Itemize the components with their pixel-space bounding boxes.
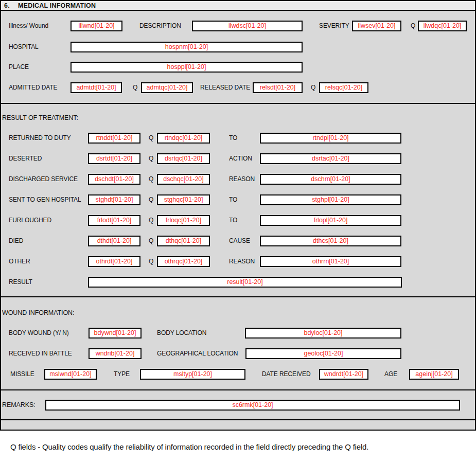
illness-wound-label: Illness/ Wound bbox=[9, 21, 48, 31]
place-field[interactable]: hosppl[01-20] bbox=[70, 62, 303, 73]
age-field[interactable]: ageinj[01-20] bbox=[409, 369, 459, 380]
missile-field[interactable]: mslwnd[01-20] bbox=[44, 369, 97, 380]
section-divider bbox=[1, 296, 475, 297]
admitted-q-label: Q bbox=[133, 82, 137, 93]
q-fields-footnote: Q fields - Quality codes qualify the rel… bbox=[10, 442, 368, 451]
died-cause-field[interactable]: dthcs[01-20] bbox=[260, 236, 401, 246]
other-reason-label: REASON bbox=[229, 256, 255, 267]
sent-gen-hospital-label: SENT TO GEN HOSPITAL bbox=[9, 194, 81, 205]
missile-type-field[interactable]: msltyp[01-20] bbox=[140, 369, 245, 380]
died-date-field[interactable]: dthdt[01-20] bbox=[88, 236, 140, 246]
deserted-q-field[interactable]: dsrtqc[01-20] bbox=[157, 153, 210, 164]
other-date-field[interactable]: othrdt[01-20] bbox=[88, 256, 140, 267]
age-label: AGE bbox=[384, 369, 397, 380]
deserted-action-field[interactable]: dsrtac[01-20] bbox=[260, 153, 401, 164]
wound-heading: WOUND INFORMATION: bbox=[2, 309, 74, 316]
died-cause-label: CAUSE bbox=[229, 236, 250, 246]
discharged-label: DISCHARGED SERVICE bbox=[9, 174, 78, 185]
section-number: 6. bbox=[4, 2, 10, 9]
discharged-q-label: Q bbox=[149, 174, 153, 185]
furloughed-to-field[interactable]: frlopl[01-20] bbox=[260, 215, 401, 226]
sent-gen-hospital-to-field[interactable]: stghpl[01-20] bbox=[260, 194, 401, 205]
description-label: DESCRIPTION bbox=[139, 21, 181, 31]
place-label: PLACE bbox=[9, 62, 29, 73]
admitted-q-field[interactable]: admtqc[01-20] bbox=[141, 82, 193, 93]
released-q-label: Q bbox=[311, 82, 315, 93]
bottom-row-divider bbox=[1, 419, 475, 420]
severity-label: SEVERITY bbox=[319, 21, 349, 31]
section-divider bbox=[1, 103, 475, 104]
body-location-label: BODY LOCATION bbox=[157, 328, 206, 339]
severity-q-field[interactable]: ilwdqc[01-20] bbox=[418, 21, 467, 31]
died-q-label: Q bbox=[149, 236, 153, 246]
sent-gen-hospital-q-label: Q bbox=[149, 194, 153, 205]
body-location-field[interactable]: bdyloc[01-20] bbox=[245, 328, 401, 339]
furloughed-q-label: Q bbox=[149, 215, 153, 226]
furloughed-date-field[interactable]: frlodt[01-20] bbox=[88, 215, 140, 226]
furloughed-q-field[interactable]: frloqc[01-20] bbox=[157, 215, 210, 226]
severity-q-label: Q bbox=[411, 21, 415, 31]
sent-gen-hospital-date-field[interactable]: stghdt[01-20] bbox=[88, 194, 140, 205]
hospital-field[interactable]: hospnm[01-20] bbox=[70, 42, 303, 52]
other-q-label: Q bbox=[149, 256, 153, 267]
released-q-field[interactable]: relsqc[01-20] bbox=[319, 82, 368, 93]
result-label: RESULT bbox=[9, 277, 32, 288]
returned-to-duty-label: RETURNED TO DUTY bbox=[9, 133, 71, 144]
returned-q-label: Q bbox=[149, 133, 153, 144]
released-date-field[interactable]: relsdt[01-20] bbox=[253, 82, 303, 93]
returned-q-field[interactable]: rtndqc[01-20] bbox=[157, 133, 210, 144]
other-label: OTHER bbox=[9, 256, 30, 267]
deserted-label: DESERTED bbox=[9, 153, 42, 164]
received-in-battle-label: RECEIVED IN BATTLE bbox=[9, 348, 72, 359]
description-field[interactable]: ilwdsc[01-20] bbox=[192, 21, 303, 31]
returned-to-label: TO bbox=[229, 133, 237, 144]
sent-gen-hospital-to-label: TO bbox=[229, 194, 237, 205]
discharged-reason-field[interactable]: dschrn[01-20] bbox=[260, 174, 401, 185]
body-wound-field[interactable]: bdywnd[01-20] bbox=[89, 328, 142, 339]
returned-to-duty-date-field[interactable]: rtnddt[01-20] bbox=[88, 133, 140, 144]
sent-gen-hospital-q-field[interactable]: stghqc[01-20] bbox=[157, 194, 210, 205]
furloughed-label: FURLOUGHED bbox=[9, 215, 51, 226]
missile-type-label: TYPE bbox=[114, 369, 130, 380]
remarks-field[interactable]: sc6rmk[01-20] bbox=[45, 400, 460, 411]
received-in-battle-field[interactable]: wndrib[01-20] bbox=[89, 348, 142, 359]
admitted-date-label: ADMITTED DATE bbox=[9, 82, 57, 93]
body-wound-label: BODY WOUND (Y/ N) bbox=[9, 328, 69, 339]
admitted-date-field[interactable]: admtdt[01-20] bbox=[70, 82, 122, 93]
deserted-action-label: ACTION bbox=[229, 153, 252, 164]
treatment-heading: RESULT OF TREATMENT: bbox=[2, 114, 78, 121]
result-field[interactable]: result[01-20] bbox=[88, 277, 402, 288]
released-date-label: RELEASED DATE bbox=[200, 82, 250, 93]
deserted-date-field[interactable]: dsrtdt[01-20] bbox=[88, 153, 140, 164]
geographical-location-label: GEOGRAPHICAL LOCATION bbox=[157, 348, 238, 359]
section-title: MEDICAL INFORMATION bbox=[18, 2, 96, 9]
died-q-field[interactable]: dthqc[01-20] bbox=[157, 236, 210, 246]
died-label: DIED bbox=[9, 236, 23, 246]
returned-to-field[interactable]: rtndpl[01-20] bbox=[260, 133, 401, 144]
date-received-field[interactable]: wndrdt[01-20] bbox=[319, 369, 368, 380]
deserted-q-label: Q bbox=[149, 153, 153, 164]
geographical-location-field[interactable]: geoloc[01-20] bbox=[245, 348, 401, 359]
medical-information-form: 6. MEDICAL INFORMATION Illness/ Wound il… bbox=[0, 0, 476, 463]
discharged-date-field[interactable]: dschdt[01-20] bbox=[88, 174, 140, 185]
hospital-label: HOSPITAL bbox=[9, 42, 39, 52]
remarks-label: REMARKS: bbox=[2, 401, 36, 408]
other-q-field[interactable]: othrqc[01-20] bbox=[157, 256, 210, 267]
other-reason-field[interactable]: othrrn[01-20] bbox=[260, 256, 401, 267]
discharged-reason-label: REASON bbox=[229, 174, 255, 185]
section-divider bbox=[1, 389, 475, 390]
severity-field[interactable]: ilwsev[01-20] bbox=[352, 21, 401, 31]
furloughed-to-label: TO bbox=[229, 215, 237, 226]
discharged-q-field[interactable]: dschqc[01-20] bbox=[157, 174, 210, 185]
illness-wound-field[interactable]: illwnd[01-20] bbox=[70, 21, 122, 31]
missile-label: MISSILE bbox=[10, 369, 34, 380]
date-received-label: DATE RECEIVED bbox=[262, 369, 311, 380]
